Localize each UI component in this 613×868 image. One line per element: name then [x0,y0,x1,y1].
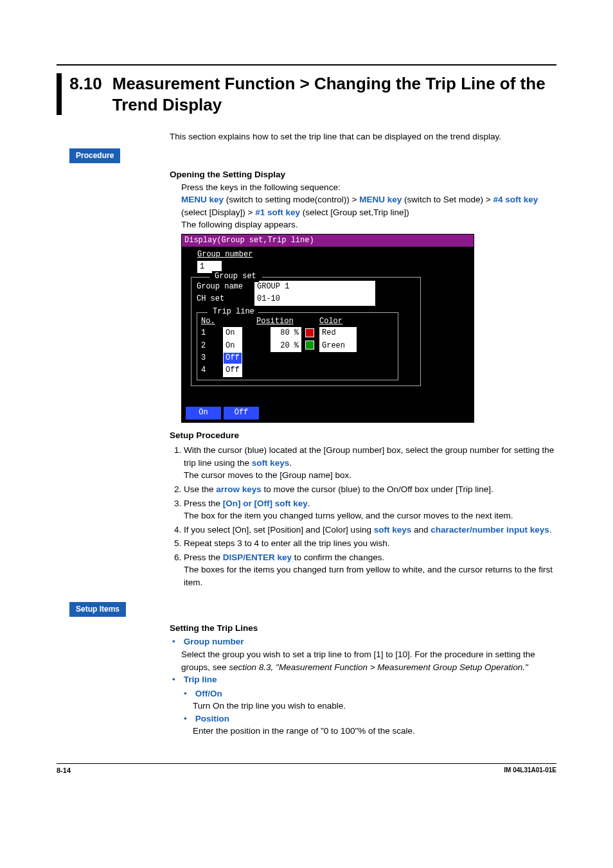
setting-item: Trip line Off/On Turn On the trip line y… [181,673,556,738]
section-heading: 8.10 Measurement Function > Changing the… [57,73,556,115]
color-swatch [305,328,314,337]
trip-row: 4 Off [201,364,394,376]
char-input-keys-ref: character/number input keys [431,525,549,535]
group-name-label: Group name [197,281,254,292]
group-set-panel: Group set Group name GROUP 1 CH set 01-1… [191,277,421,386]
key-sequence: MENU key (switch to setting mode(control… [181,193,556,218]
screenshot-titlebar: Display(Group set,Trip line) [182,235,474,247]
trip-position[interactable]: 80 % [271,327,301,339]
setup-steps: With the cursor (blue) located at the [G… [172,444,556,589]
softkey-4: #4 soft key [493,195,538,204]
on-off-softkey-ref: [On] or [Off] soft key [223,499,308,508]
item-off-on: Off/On [195,689,222,698]
trip-switch[interactable]: On [223,327,242,339]
step: Press the DISP/ENTER key to confirm the … [184,551,556,589]
trip-row: 3 Off [201,352,394,364]
softkey-on[interactable]: On [186,407,221,419]
setup-procedure-heading: Setup Procedure [170,429,556,442]
item-position: Position [195,714,229,723]
step: Repeat steps 3 to 4 to enter all the tri… [184,537,556,550]
softkey-off[interactable]: Off [224,407,259,419]
setting-item: Group number Select the group you wish t… [181,635,556,673]
intro-text: This section explains how to set the tri… [170,130,556,143]
color-swatch [305,341,314,350]
ch-set-label: CH set [197,294,254,305]
group-set-legend: Group set [212,271,259,282]
disp-enter-key-ref: DISP/ENTER key [223,553,292,562]
trip-color[interactable]: Red [319,327,357,339]
col-position: Position [256,316,305,327]
trip-color[interactable]: Green [319,340,357,352]
trip-row: 1 On 80 % Red [201,327,394,339]
item-group-number: Group number [184,637,244,646]
group-number-label: Group number [197,250,253,259]
opening-press: Press the keys in the following sequence… [181,181,556,194]
setting-trip-lines-heading: Setting the Trip Lines [170,622,556,635]
menu-key-2: MENU key [359,195,402,204]
document-id: IM 04L31A01-01E [504,766,556,774]
settings-screenshot: Display(Group set,Trip line) Group numbe… [181,234,474,423]
procedure-badge: Procedure [69,148,120,163]
step: Press the [On] or [Off] soft key. The bo… [184,497,556,522]
sub-item: Off/On Turn On the trip line you wish to… [193,687,556,713]
page-footer: 8-14 IM 04L31A01-01E [57,763,556,774]
soft-keys-ref: soft keys [374,525,412,535]
arrow-keys-ref: arrow keys [216,484,262,494]
soft-keys-ref: soft keys [252,458,290,468]
item-trip-line: Trip line [184,675,217,684]
heading-title: Measurement Function > Changing the Trip… [112,73,556,115]
opening-heading: Opening the Setting Display [170,168,556,181]
menu-key-1: MENU key [181,195,224,204]
trip-switch[interactable]: Off [223,364,242,376]
trip-line-panel: Trip line No. Position Color 1 On [197,312,398,380]
step: If you select [On], set [Position] and [… [184,524,556,536]
col-color: Color [319,316,364,327]
softkey-1: #1 soft key [255,208,300,217]
trip-row: 2 On 20 % Green [201,340,394,352]
following-text: The following display appears. [181,218,556,231]
sub-item: Position Enter the position in the range… [193,713,556,738]
group-name-field[interactable]: GROUP 1 [254,281,375,293]
trip-switch[interactable]: On [223,340,242,352]
trip-position[interactable]: 20 % [271,340,301,352]
page-number: 8-14 [57,766,71,774]
col-no: No. [201,316,223,327]
heading-number: 8.10 [69,73,102,94]
trip-line-legend: Trip line [210,306,257,317]
section-ref: section 8.3, "Measurement Function > Mea… [229,662,528,672]
trip-switch-selected[interactable]: Off [223,352,242,364]
ch-set-field[interactable]: 01-10 [254,293,375,305]
setup-items-badge: Setup Items [69,602,126,617]
step: Use the arrow keys to move the cursor (b… [184,483,556,496]
setting-items-list: Group number Select the group you wish t… [170,635,556,738]
step: With the cursor (blue) located at the [G… [184,444,556,482]
